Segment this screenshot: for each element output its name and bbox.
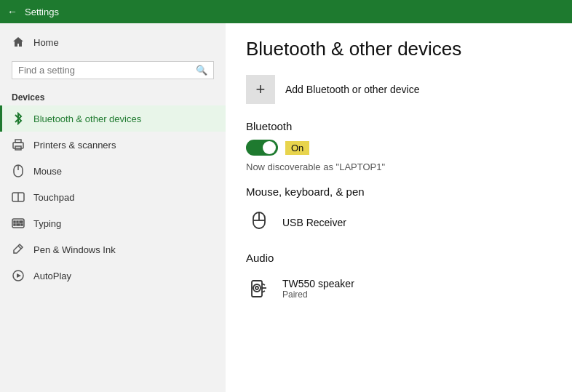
bluetooth-section-label: Bluetooth: [246, 120, 552, 132]
sidebar-item-pen[interactable]: Pen & Windows Ink: [0, 236, 226, 263]
speaker-info: TW550 speaker Paired: [282, 278, 354, 300]
touchpad-icon: [12, 191, 25, 204]
svg-marker-17: [17, 273, 21, 278]
sidebar: Home 🔍 Devices Bluetooth & other devices…: [0, 23, 226, 392]
svg-rect-7: [12, 219, 24, 228]
search-input[interactable]: [18, 65, 196, 76]
discoverable-text: Now discoverable as "LAPTOP1": [246, 161, 552, 172]
pen-icon: [12, 243, 25, 256]
svg-rect-11: [14, 224, 15, 225]
sidebar-item-bluetooth[interactable]: Bluetooth & other devices: [0, 105, 226, 132]
bluetooth-toggle-row: On: [246, 140, 552, 156]
sidebar-section-label: Devices: [0, 85, 226, 105]
sidebar-item-printers[interactable]: Printers & scanners: [0, 132, 226, 158]
svg-line-15: [18, 246, 21, 249]
mouse-keyboard-section: Mouse, keyboard, & pen USB Receiver: [246, 185, 552, 240]
speaker-item: TW550 speaker Paired: [246, 271, 552, 306]
typing-icon: [12, 217, 25, 230]
svg-rect-14: [21, 224, 23, 225]
search-box[interactable]: 🔍: [12, 61, 214, 79]
back-button[interactable]: ←: [7, 6, 17, 17]
sidebar-item-home[interactable]: Home: [0, 29, 226, 55]
content-area: Bluetooth & other devices + Add Bluetoot…: [226, 23, 572, 392]
svg-rect-12: [17, 224, 20, 225]
bluetooth-section: Bluetooth On Now discoverable as "LAPTOP…: [246, 120, 552, 172]
svg-rect-8: [14, 221, 15, 223]
autoplay-icon: [12, 269, 25, 282]
printer-icon: [12, 138, 25, 151]
speaker-name: TW550 speaker: [282, 278, 354, 289]
audio-section-label: Audio: [246, 252, 552, 264]
svg-point-22: [253, 284, 261, 292]
sidebar-item-mouse[interactable]: Mouse: [0, 158, 226, 184]
mouse-icon: [12, 164, 25, 177]
add-device-label: Add Bluetooth or other device: [285, 84, 419, 95]
search-icon: 🔍: [196, 65, 207, 76]
svg-point-23: [255, 287, 258, 289]
bluetooth-toggle[interactable]: [246, 140, 278, 156]
sidebar-item-touchpad[interactable]: Touchpad: [0, 184, 226, 210]
home-icon: [12, 36, 25, 49]
usb-receiver-name: USB Receiver: [282, 217, 346, 228]
svg-rect-0: [13, 143, 23, 148]
sidebar-item-printers-label: Printers & scanners: [33, 140, 116, 151]
audio-section: Audio TW550 speaker Paired: [246, 252, 552, 306]
speaker-device-icon: [246, 276, 272, 302]
svg-rect-9: [17, 221, 18, 223]
sidebar-item-typing[interactable]: Typing: [0, 210, 226, 236]
sidebar-item-bluetooth-label: Bluetooth & other devices: [33, 113, 141, 124]
bluetooth-toggle-label: On: [285, 141, 309, 155]
svg-rect-13: [21, 221, 23, 223]
sidebar-item-autoplay-label: AutoPlay: [33, 271, 71, 281]
add-device-button[interactable]: + Add Bluetooth or other device: [246, 75, 552, 104]
main-layout: Home 🔍 Devices Bluetooth & other devices…: [0, 23, 572, 392]
svg-rect-1: [15, 140, 21, 143]
toggle-knob: [263, 141, 276, 154]
mouse-device-icon: [246, 209, 272, 236]
sidebar-item-pen-label: Pen & Windows Ink: [33, 244, 116, 255]
sidebar-item-autoplay[interactable]: AutoPlay: [0, 263, 226, 289]
usb-receiver-item: USB Receiver: [246, 205, 552, 240]
add-device-plus-icon: +: [246, 75, 275, 104]
usb-receiver-info: USB Receiver: [282, 217, 346, 228]
bluetooth-icon: [12, 112, 25, 125]
search-container: 🔍: [0, 55, 226, 85]
page-title: Bluetooth & other devices: [246, 38, 552, 60]
sidebar-item-touchpad-label: Touchpad: [33, 192, 74, 203]
mouse-keyboard-section-label: Mouse, keyboard, & pen: [246, 185, 552, 198]
sidebar-item-mouse-label: Mouse: [33, 166, 62, 177]
sidebar-item-typing-label: Typing: [33, 218, 61, 229]
title-bar: ← Settings: [0, 0, 572, 23]
title-bar-title: Settings: [25, 7, 59, 17]
sidebar-item-home-label: Home: [33, 37, 59, 48]
speaker-status: Paired: [282, 289, 354, 300]
